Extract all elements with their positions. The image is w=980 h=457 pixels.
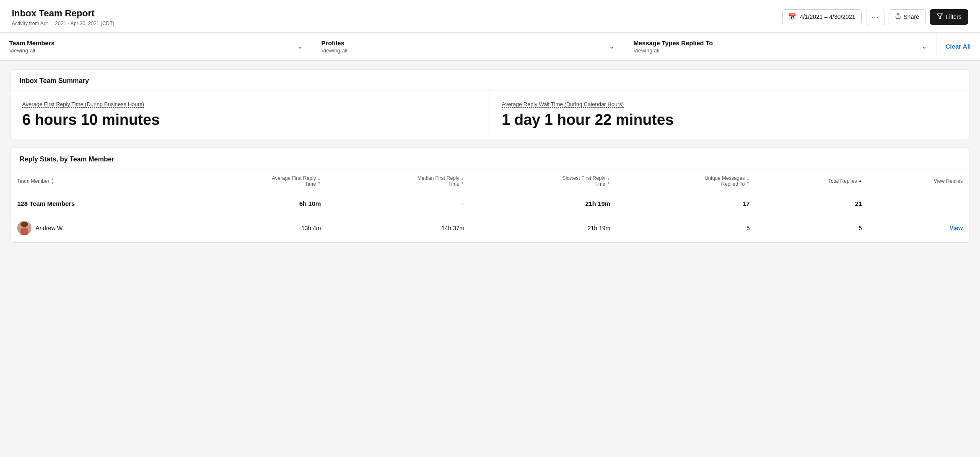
svg-point-5 <box>21 222 28 227</box>
aggregate-team-member: 128 Team Members <box>10 193 179 214</box>
member-cell-andrew: Andrew W. <box>10 214 179 242</box>
summary-card: Inbox Team Summary Average First Reply T… <box>10 69 970 139</box>
message-types-filter[interactable]: Message Types Replied To Viewing all ⌄ <box>624 33 936 60</box>
table-header-row: Team Member ▲▼ Average First ReplyTime ▲… <box>10 169 970 193</box>
page-title: Inbox Team Report <box>12 8 114 20</box>
reply-stats-table: Team Member ▲▼ Average First ReplyTime ▲… <box>10 169 970 242</box>
sort-avg-icon: ▲▼ <box>317 177 321 185</box>
member-name-andrew: Andrew W. <box>36 225 64 231</box>
clear-all-button[interactable]: Clear All <box>936 33 980 60</box>
date-range-button[interactable]: 📅 4/1/2021 – 4/30/2021 <box>782 9 861 24</box>
metric2-value: 1 day 1 hour 22 minutes <box>502 111 958 129</box>
svg-marker-1 <box>937 14 942 19</box>
andrew-total: 5 <box>757 214 869 242</box>
team-members-filter-label: Team Members <box>9 39 54 47</box>
th-avg-first-reply-label: Average First ReplyTime <box>272 175 316 187</box>
filters-icon <box>936 13 943 21</box>
aggregate-slowest: 21h 19m <box>471 193 617 214</box>
sort-team-member-icon: ▲▼ <box>51 177 54 185</box>
header-right: 📅 4/1/2021 – 4/30/2021 ··· Share <box>782 9 968 25</box>
th-median-first-reply[interactable]: Median First ReplyTime ▲▼ <box>328 169 471 193</box>
table-row: Andrew W. 13h 4m 14h 37m 21h 19m 5 5 Vie… <box>10 214 970 242</box>
aggregate-avg-first-reply: 6h 10m <box>179 193 327 214</box>
th-total-label: Total Replies <box>828 178 857 184</box>
th-unique-label: Unique MessagesReplied To <box>705 175 745 187</box>
andrew-median: 14h 37m <box>328 214 471 242</box>
th-avg-first-reply[interactable]: Average First ReplyTime ▲▼ <box>179 169 327 193</box>
header-left: Inbox Team Report Activity from Apr 1, 2… <box>12 8 114 26</box>
sort-slowest-icon: ▲▼ <box>607 177 610 185</box>
th-slowest-first-reply[interactable]: Slowest First ReplyTime ▲▼ <box>471 169 617 193</box>
andrew-unique: 5 <box>617 214 757 242</box>
main-content: Inbox Team Summary Average First Reply T… <box>0 61 980 260</box>
reply-stats-table-wrapper: Team Member ▲▼ Average First ReplyTime ▲… <box>10 169 970 242</box>
andrew-view[interactable]: View <box>869 214 970 242</box>
summary-cell-first-reply: Average First Reply Time (During Busines… <box>10 91 490 139</box>
filter-bar: Team Members Viewing all ⌄ Profiles View… <box>0 33 980 61</box>
andrew-avg-first-reply: 13h 4m <box>179 214 327 242</box>
more-options-button[interactable]: ··· <box>866 9 884 25</box>
dots-icon: ··· <box>871 13 879 21</box>
share-icon <box>895 13 901 21</box>
aggregate-view <box>869 193 970 214</box>
profiles-filter-sub: Viewing all <box>321 47 347 54</box>
page-wrapper: Inbox Team Report Activity from Apr 1, 2… <box>0 0 980 457</box>
aggregate-total: 21 <box>757 193 869 214</box>
aggregate-member-label: 128 Team Members <box>17 200 75 207</box>
th-median-label: Median First ReplyTime <box>417 175 459 187</box>
share-button[interactable]: Share <box>889 9 926 24</box>
th-slowest-label: Slowest First ReplyTime <box>563 175 606 187</box>
summary-grid: Average First Reply Time (During Busines… <box>10 91 970 139</box>
th-team-member[interactable]: Team Member ▲▼ <box>10 169 179 193</box>
filters-button[interactable]: Filters <box>930 9 968 25</box>
metric2-label: Average Reply Wait Time (During Calendar… <box>502 101 958 107</box>
filters-label: Filters <box>946 13 962 20</box>
th-view-replies: View Replies <box>869 169 970 193</box>
th-total-replies[interactable]: Total Replies ▲ <box>757 169 869 193</box>
reply-stats-card-title: Reply Stats, by Team Member <box>20 156 960 163</box>
reply-stats-card-header: Reply Stats, by Team Member <box>10 148 970 169</box>
avatar <box>17 221 31 235</box>
profiles-filter-label: Profiles <box>321 39 347 47</box>
th-team-member-label: Team Member <box>17 178 49 184</box>
message-types-filter-label: Message Types Replied To <box>633 39 713 47</box>
team-members-filter[interactable]: Team Members Viewing all ⌄ <box>0 33 312 60</box>
sort-unique-icon: ▲▼ <box>746 177 750 185</box>
message-types-filter-sub: Viewing all <box>633 47 713 54</box>
date-range-label: 4/1/2021 – 4/30/2021 <box>800 13 855 20</box>
metric1-label: Average First Reply Time (During Busines… <box>22 101 478 107</box>
summary-card-title: Inbox Team Summary <box>20 77 960 85</box>
aggregate-unique: 17 <box>617 193 757 214</box>
summary-card-header: Inbox Team Summary <box>10 70 970 91</box>
profiles-filter[interactable]: Profiles Viewing all ⌄ <box>312 33 625 60</box>
aggregate-median: – <box>328 193 471 214</box>
svg-rect-4 <box>21 228 28 235</box>
andrew-view-link[interactable]: View <box>949 225 963 231</box>
team-members-chevron-icon: ⌄ <box>297 42 303 50</box>
calendar-icon: 📅 <box>788 13 796 21</box>
share-label: Share <box>904 13 919 20</box>
sort-median-icon: ▲▼ <box>461 177 464 185</box>
metric1-value: 6 hours 10 minutes <box>22 111 478 129</box>
sort-total-icon: ▲ <box>858 179 862 183</box>
message-types-chevron-icon: ⌄ <box>921 42 927 50</box>
reply-stats-card: Reply Stats, by Team Member Team Member … <box>10 148 970 243</box>
table-row-aggregate: 128 Team Members 6h 10m – 21h 19m 17 21 <box>10 193 970 214</box>
header: Inbox Team Report Activity from Apr 1, 2… <box>0 0 980 33</box>
page-subtitle: Activity from Apr 1, 2021 - Apr 30, 2021… <box>12 21 114 26</box>
team-members-filter-sub: Viewing all <box>9 47 54 54</box>
th-unique-messages[interactable]: Unique MessagesReplied To ▲▼ <box>617 169 757 193</box>
andrew-slowest: 21h 19m <box>471 214 617 242</box>
svg-point-7 <box>25 226 26 227</box>
th-view-label: View Replies <box>934 178 963 184</box>
profiles-chevron-icon: ⌄ <box>609 42 614 50</box>
svg-point-6 <box>23 226 23 227</box>
summary-cell-wait-time: Average Reply Wait Time (During Calendar… <box>490 91 970 139</box>
